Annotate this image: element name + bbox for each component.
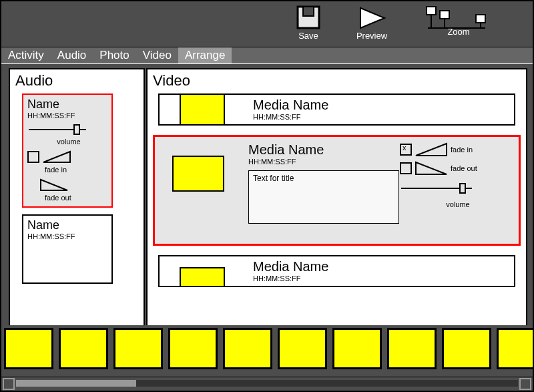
save-label: Save	[298, 31, 318, 41]
media-name: Media Name	[253, 259, 328, 274]
tab-photo[interactable]: Photo	[93, 47, 136, 63]
timeline-frame[interactable]	[59, 328, 108, 369]
media-time: HH:MM:SS:FF	[253, 274, 328, 282]
audio-card[interactable]: Name HH:MM:SS:FF	[22, 214, 113, 284]
timeline-frame[interactable]	[113, 328, 163, 369]
tab-activity[interactable]: Activity	[1, 47, 51, 63]
toolbar: Save Preview Zoom	[1, 1, 533, 47]
media-card-selected[interactable]: Media Name HH:MM:SS:FF Text for title x …	[153, 135, 521, 246]
media-thumb	[180, 267, 225, 287]
media-name: Media Name	[248, 142, 324, 158]
media-card[interactable]: Media Name HH:MM:SS:FF	[158, 255, 515, 287]
timeline-frame[interactable]	[168, 328, 218, 369]
svg-marker-15	[416, 162, 447, 174]
save-icon	[295, 5, 322, 31]
audio-card-selected[interactable]: Name HH:MM:SS:FF volume fade in	[22, 93, 113, 208]
video-scrollbar[interactable]	[526, 69, 527, 327]
fade-out-icon	[39, 178, 69, 192]
audio-time: HH:MM:SS:FF	[27, 232, 107, 240]
svg-marker-14	[416, 144, 447, 156]
tab-arrange[interactable]: Arrange	[178, 47, 232, 63]
fade-in-checkbox[interactable]	[27, 151, 39, 163]
fade-in-icon	[415, 142, 448, 157]
scroll-thumb[interactable]	[16, 380, 136, 387]
audio-time: HH:MM:SS:FF	[27, 112, 107, 120]
tab-strip: Activity Audio Photo Video Arrange	[1, 47, 533, 63]
tab-video[interactable]: Video	[136, 47, 178, 63]
media-thumb	[172, 156, 224, 192]
svg-marker-13	[41, 180, 67, 190]
media-time: HH:MM:SS:FF	[253, 113, 328, 121]
media-thumb	[180, 93, 225, 126]
volume-slider[interactable]	[27, 124, 87, 136]
media-time: HH:MM:SS:FF	[248, 158, 324, 166]
fade-in-label: fade in	[451, 146, 473, 154]
timeline-frame[interactable]	[442, 328, 491, 369]
timeline-frame[interactable]	[223, 328, 272, 369]
fade-out-label: fade out	[451, 164, 477, 172]
app-window: Save Preview Zoom Activity Audio Photo	[0, 0, 534, 392]
svg-rect-1	[303, 7, 314, 16]
svg-marker-12	[43, 152, 70, 162]
audio-pane-title: Audio	[15, 72, 138, 89]
fade-out-label: fade out	[45, 194, 71, 202]
timeline-frame[interactable]	[387, 328, 437, 369]
svg-rect-3	[427, 7, 436, 15]
timeline-frame[interactable]	[4, 328, 53, 369]
preview-label: Preview	[356, 31, 387, 41]
media-controls: x fade in fade out	[400, 142, 513, 209]
fade-in-label: fade in	[45, 166, 67, 174]
svg-marker-2	[360, 8, 384, 28]
svg-rect-4	[440, 11, 449, 19]
media-name: Media Name	[253, 97, 328, 113]
zoom-label: Zoom	[447, 27, 469, 37]
timeline-frame[interactable]	[332, 328, 382, 369]
play-icon	[355, 5, 388, 31]
zoom-button[interactable]: Zoom	[422, 5, 495, 42]
scroll-left-button[interactable]	[3, 378, 15, 390]
video-pane-title: Video	[153, 72, 521, 89]
scroll-track[interactable]	[16, 380, 518, 387]
volume-label: volume	[57, 138, 80, 146]
scroll-right-button[interactable]	[519, 378, 531, 390]
tab-audio[interactable]: Audio	[51, 47, 93, 63]
audio-pane: Audio Name HH:MM:SS:FF volume fade in	[9, 68, 145, 329]
timeline-frame[interactable]	[278, 328, 327, 369]
fade-in-checkbox[interactable]: x	[400, 144, 412, 156]
fade-out-icon	[415, 161, 448, 176]
media-card[interactable]: Media Name HH:MM:SS:FF	[158, 93, 515, 126]
title-textbox[interactable]: Text for title	[248, 170, 399, 224]
svg-rect-5	[476, 15, 485, 23]
fade-in-icon	[42, 150, 71, 164]
fade-out-checkbox[interactable]	[400, 162, 412, 174]
audio-name: Name	[27, 218, 107, 232]
svg-rect-17	[460, 184, 465, 193]
title-text: Text for title	[253, 174, 294, 183]
preview-button[interactable]: Preview	[348, 5, 395, 41]
svg-rect-11	[74, 125, 79, 134]
timeline[interactable]	[1, 325, 533, 377]
audio-name: Name	[27, 97, 107, 112]
h-scrollbar[interactable]	[1, 377, 533, 391]
video-pane: Video Media Name HH:MM:SS:FF Media Name …	[146, 68, 527, 329]
volume-label: volume	[446, 200, 469, 208]
volume-slider[interactable]	[400, 182, 473, 194]
timeline-frame[interactable]	[497, 328, 534, 369]
save-button[interactable]: Save	[288, 5, 328, 41]
workspace: Audio Name HH:MM:SS:FF volume fade in	[1, 64, 533, 325]
